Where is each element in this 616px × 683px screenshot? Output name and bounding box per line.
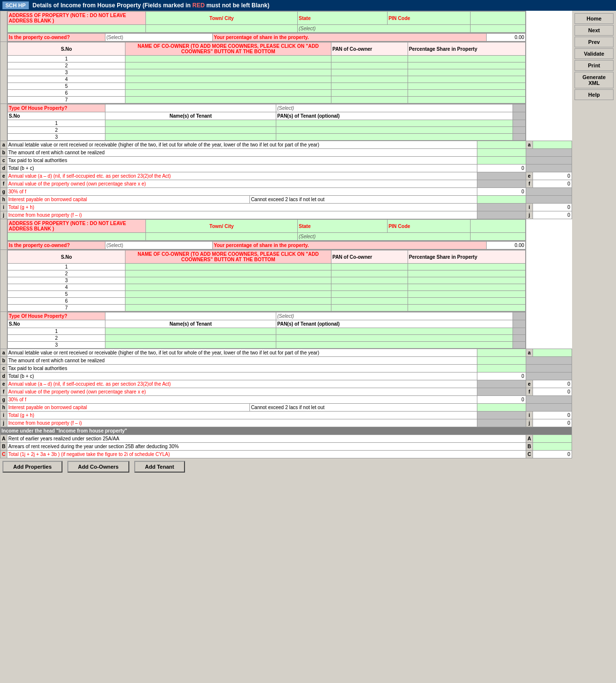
prop1-coowner-name-header: NAME OF CO-OWNER (TO ADD MORE COOWNERS, …: [125, 42, 331, 56]
prop2-g-value: 0: [477, 396, 526, 404]
prop2-g-label: 30% of f: [7, 396, 477, 404]
prop2-address-input[interactable]: [8, 233, 146, 241]
prop1-c-label: Tax paid to local authorities: [7, 157, 477, 165]
prop2-calc-g: g 30% of f 0: [0, 396, 572, 404]
prop1-share-label: Your percentage of share in the property…: [213, 34, 487, 41]
summary-A-input[interactable]: [533, 435, 572, 443]
prev-button[interactable]: Prev: [575, 37, 614, 47]
prop2-b-input[interactable]: [477, 357, 526, 365]
prop2-calc-a: a Annual letable value or rent received …: [0, 349, 572, 357]
prop1-f-value: 0: [533, 180, 572, 188]
prop2-a-input[interactable]: [477, 349, 526, 357]
prop1-calc-f: f Annual value of the property owned (ow…: [0, 180, 572, 188]
prop1-address-label: ADDRESS OF PROPERTY (NOTE : DO NOT LEAVE…: [8, 12, 146, 25]
prop2-pin-label: PIN Code: [387, 220, 470, 233]
prop1-b-input[interactable]: [477, 149, 526, 157]
prop1-calc-e: e Annual value (a – d) (nil, if self-occ…: [0, 172, 572, 180]
prop1-c-input[interactable]: [477, 157, 526, 165]
prop1-calc-h: h Interest payable on borrowed capital C…: [0, 196, 572, 204]
summary-row-B: B Arrears of rent received during the ye…: [0, 443, 572, 451]
prop2-c-input[interactable]: [477, 365, 526, 373]
prop1-j-value: 0: [533, 211, 572, 219]
prop2-f-label: Annual value of the property owned (own …: [7, 388, 477, 396]
prop1-coowned-label: Is the property co-owned?: [8, 34, 105, 41]
prop1-coowned-row: Is the property co-owned? (Select) Your …: [0, 33, 572, 42]
prop2-i-label: Total (g + h): [7, 412, 477, 419]
summary-C-value: 0: [533, 451, 572, 458]
prop2-address-row: ADDRESS OF PROPERTY (NOTE : DO NOT LEAVE…: [0, 219, 572, 241]
prop2-h-label: Interest payable on borrowed capital: [7, 404, 250, 412]
prop1-a-input[interactable]: [477, 141, 526, 149]
prop1-calc-a: a Annual letable value or rent received …: [0, 141, 572, 149]
prop2-pin-value[interactable]: [470, 220, 525, 233]
prop1-pan-header: PAN of Co-owner: [331, 42, 408, 56]
prop1-calc-j: j Income from house property (f – i) j 0: [0, 211, 572, 219]
summary-row-A: A Rent of earlier years realized under s…: [0, 435, 572, 443]
prop1-type-select2[interactable]: (Select): [276, 104, 513, 112]
prop1-state-select[interactable]: (Select): [298, 25, 471, 33]
prop1-type-select[interactable]: [105, 104, 276, 112]
prop2-town-label: Town/ City: [145, 220, 297, 233]
validate-button[interactable]: Validate: [575, 48, 614, 59]
prop1-d-label: Total (b + c): [7, 165, 477, 172]
prop2-type-select[interactable]: [105, 312, 276, 320]
summary-B-label: Arrears of rent received during the year…: [7, 443, 526, 451]
prop2-coowner-header: S.No NAME OF CO-OWNER (TO ADD MORE COOWN…: [0, 250, 572, 312]
prop1-calc-b: b The amount of rent which cannot be rea…: [0, 149, 572, 157]
prop1-type-label: Type Of House Property?: [8, 104, 105, 112]
prop2-h-input[interactable]: [477, 404, 526, 412]
prop1-row-num: [0, 11, 7, 42]
add-properties-button[interactable]: Add Properties: [2, 461, 62, 473]
summary-header: Income under the head "Income from house…: [0, 427, 572, 435]
prop2-calc-f: f Annual value of the property owned (ow…: [0, 388, 572, 396]
prop2-j-label: Income from house property (f – i): [7, 419, 477, 427]
prop2-tenant-pan-header: PAN(s) of Tenant (optional): [276, 320, 513, 328]
prop2-calc-b: b The amount of rent which cannot be rea…: [0, 357, 572, 365]
add-coowners-button[interactable]: Add Co-Owners: [67, 461, 129, 473]
prop2-f-value: 0: [533, 388, 572, 396]
prop1-share-value[interactable]: 0.00: [486, 34, 525, 41]
prop2-row-num: [0, 219, 7, 250]
prop2-tenant-name-header: Name(s) of Tenant: [105, 320, 276, 328]
prop2-d-value: 0: [477, 373, 526, 380]
prop2-e-value: 0: [533, 380, 572, 388]
prop2-j-value: 0: [533, 419, 572, 427]
prop1-h-input[interactable]: [477, 196, 526, 204]
prop2-calc-h: h Interest payable on borrowed capital C…: [0, 404, 572, 412]
prop1-calc-c: c Tax paid to local authorities: [0, 157, 572, 165]
summary-B-input[interactable]: [533, 443, 572, 451]
prop2-pan-header: PAN of Co-owner: [331, 250, 408, 264]
prop1-tenant-sno-header: S.No: [8, 112, 105, 120]
footer-bar: Add Properties Add Co-Owners Add Tenant: [0, 458, 616, 475]
home-button[interactable]: Home: [575, 13, 614, 24]
prop1-coowned-select[interactable]: (Select): [105, 34, 213, 41]
prop2-h-note: Cannot exceed 2 lacs if not let out: [250, 404, 477, 412]
prop2-share-value[interactable]: 0.00: [486, 242, 525, 249]
help-button[interactable]: Help: [575, 89, 614, 100]
next-button[interactable]: Next: [575, 25, 614, 36]
prop2-a-label: Annual letable value or rent received or…: [7, 349, 477, 357]
prop1-h-note: Cannot exceed 2 lacs if not let out: [250, 196, 477, 204]
prop1-address-input[interactable]: [8, 25, 146, 33]
prop1-a-label: Annual letable value or rent received or…: [7, 141, 477, 149]
prop2-a-result[interactable]: [533, 349, 572, 357]
prop2-calc-i: i Total (g + h) i 0: [0, 412, 572, 419]
prop1-i-value: 0: [533, 204, 572, 211]
prop2-d-label: Total (b + c): [7, 373, 477, 380]
print-button[interactable]: Print: [575, 60, 614, 71]
header-title: Details of Income from House Property (F…: [33, 2, 269, 9]
prop2-b-label: The amount of rent which cannot be reali…: [7, 357, 477, 365]
prop2-town-input[interactable]: [145, 233, 297, 241]
prop1-town-input[interactable]: [145, 25, 297, 33]
prop2-coowned-select[interactable]: (Select): [105, 242, 213, 249]
generate-xml-button[interactable]: Generate XML: [575, 72, 614, 88]
add-tenant-button[interactable]: Add Tenant: [134, 461, 185, 473]
prop2-type-select2[interactable]: (Select): [276, 312, 513, 320]
prop1-pin-label: PIN Code: [387, 12, 470, 25]
prop1-state-label: State: [298, 12, 388, 25]
prop2-c-label: Tax paid to local authorities: [7, 365, 477, 373]
prop1-calc-g: g 30% of f 0: [0, 188, 572, 196]
prop2-state-select[interactable]: (Select): [298, 233, 471, 241]
prop1-a-result[interactable]: [533, 141, 572, 149]
prop1-pin-value[interactable]: [470, 12, 525, 25]
